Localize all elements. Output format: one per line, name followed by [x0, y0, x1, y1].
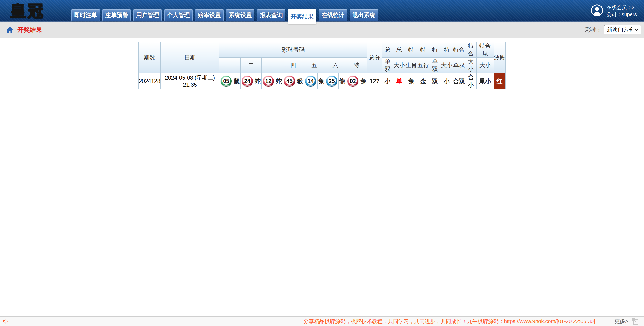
zodiac-label-2: 蛇 — [254, 73, 262, 89]
main-content: 期数 日期 彩球号码 总分 总 总 特 特 特 特 特合 特合 特合尾 波段 一 — [0, 42, 644, 320]
footer-bar: 分享精品棋牌源码，棋牌技术教程，共同学习，共同进步，共同成长！九牛棋牌源码：ht… — [0, 316, 644, 326]
attr-cell-special-zodiac: 兔 — [405, 73, 417, 89]
col-header-position: 一 — [219, 58, 240, 73]
user-info-box: 在线会员：3 公司：supers — [591, 4, 637, 18]
col-header-period: 期数 — [138, 42, 160, 73]
zodiac-label-6: 龍 — [338, 73, 346, 89]
tab-user-management[interactable]: 用户管理 — [133, 9, 162, 21]
zodiac-label-special: 兔 — [360, 73, 367, 89]
col-header-attr-top: 特合尾 — [476, 42, 494, 58]
col-header-attr-top: 总 — [382, 42, 393, 58]
col-header-attr-bottom: 大小 — [441, 58, 453, 73]
attr-cell-special-bigsmall: 小 — [441, 73, 453, 89]
announcement-marquee[interactable]: 分享精品棋牌源码，棋牌技术教程，共同学习，共同进步，共同成长！九牛棋牌源码：ht… — [304, 317, 595, 326]
online-members-count: 在线会员：3 — [606, 4, 637, 11]
lottery-ball-2: 24 — [240, 73, 254, 89]
tab-profile-management[interactable]: 个人管理 — [164, 9, 192, 21]
tab-report-query[interactable]: 报表查询 — [257, 9, 286, 21]
col-header-total: 总分 — [367, 42, 382, 73]
tab-logout[interactable]: 退出系统 — [350, 9, 378, 21]
col-header-attr-top: 特 — [441, 42, 453, 58]
tab-lottery-results[interactable]: 开奖结果 — [288, 9, 316, 24]
more-link[interactable]: 更多> — [614, 318, 628, 325]
col-header-attr-bottom: 大小 — [393, 58, 405, 73]
col-header-attr-bottom: 大小 — [476, 58, 494, 73]
attr-cell-special-element: 金 — [417, 73, 429, 89]
col-header-attr-bottom: 五行 — [417, 58, 429, 73]
company-name: 公司：supers — [606, 11, 637, 18]
col-header-balls-group: 彩球号码 — [219, 42, 367, 58]
col-header-attr-bottom: 单双 — [382, 58, 393, 73]
user-info-text: 在线会员：3 公司：supers — [606, 4, 637, 18]
tab-system-settings[interactable]: 系统设置 — [226, 9, 254, 21]
top-navigation-bar: 皇冠 即时注单 注单预警 用户管理 个人管理 赔率设置 系统设置 报表查询 开奖… — [0, 0, 644, 22]
col-header-position: 二 — [240, 58, 262, 73]
zodiac-label-5: 兔 — [317, 73, 325, 89]
lottery-ball-1: 05 — [219, 73, 233, 89]
lottery-type-filter: 彩种： 新澳门六合彩 — [585, 22, 641, 38]
tab-bet-alerts[interactable]: 注单预警 — [102, 9, 131, 21]
tab-odds-settings[interactable]: 赔率设置 — [195, 9, 224, 21]
tab-online-stats[interactable]: 在线统计 — [319, 9, 347, 21]
brand-logo: 皇冠 — [10, 1, 44, 21]
col-header-attr-bottom: 生肖 — [405, 58, 417, 73]
popout-icon[interactable] — [632, 317, 639, 325]
col-header-wave: 波段 — [494, 42, 506, 73]
wave-cell: 红 — [494, 73, 506, 89]
breadcrumb-bar: 开奖结果 彩种： 新澳门六合彩 — [0, 22, 644, 38]
col-header-position: 五 — [304, 58, 325, 73]
col-header-attr-bottom: 单双 — [453, 58, 465, 73]
zodiac-label-3: 蛇 — [275, 73, 282, 89]
col-header-position: 三 — [262, 58, 282, 73]
tab-realtime-bets[interactable]: 即时注单 — [72, 9, 100, 21]
attr-cell-total-bigsmall: 单 — [393, 73, 405, 89]
attr-cell-total-oddeven: 小 — [382, 73, 393, 89]
attr-cell-special-oddeven: 双 — [429, 73, 441, 89]
col-header-attr-top: 特合 — [453, 42, 465, 58]
col-header-position: 特 — [346, 58, 367, 73]
period-cell: 2024128 — [138, 73, 160, 89]
col-header-attr-top: 特合 — [465, 42, 476, 58]
attr-cell-specialsum-oddeven: 合双 — [453, 73, 465, 89]
col-header-attr-top: 特 — [417, 42, 429, 58]
page-title: 开奖结果 — [17, 26, 42, 34]
col-header-date: 日期 — [160, 42, 219, 73]
zodiac-label-4: 猴 — [296, 73, 304, 89]
lottery-ball-4: 45 — [282, 73, 296, 89]
lottery-type-select[interactable]: 新澳门六合彩 — [604, 25, 641, 34]
speaker-icon[interactable] — [2, 318, 9, 325]
col-header-attr-bottom: 单双 — [429, 58, 441, 73]
date-cell: 2024-05-08 (星期三) 21:35 — [160, 73, 219, 89]
col-header-position: 四 — [282, 58, 304, 73]
result-row: 2024128 2024-05-08 (星期三) 21:35 05 鼠 24 蛇… — [138, 73, 505, 89]
avatar-icon — [591, 4, 603, 18]
zodiac-label-1: 鼠 — [233, 73, 240, 89]
attr-cell-specialtail-bigsmall: 尾小 — [476, 73, 494, 89]
attr-cell-specialsum-bigsmall: 合小 — [465, 73, 476, 89]
col-header-attr-top: 总 — [393, 42, 405, 58]
col-header-attr-top: 特 — [429, 42, 441, 58]
total-score-cell: 127 — [367, 73, 382, 89]
lottery-ball-special: 02 — [346, 73, 360, 89]
lottery-type-label: 彩种： — [585, 26, 602, 34]
col-header-attr-top: 特 — [405, 42, 417, 58]
lottery-ball-6: 25 — [325, 73, 338, 89]
col-header-attr-bottom: 大小 — [465, 58, 476, 73]
lottery-ball-5: 14 — [304, 73, 317, 89]
lottery-ball-3: 12 — [262, 73, 275, 89]
col-header-position: 六 — [325, 58, 346, 73]
home-icon[interactable] — [6, 27, 14, 33]
results-table: 期数 日期 彩球号码 总分 总 总 特 特 特 特 特合 特合 特合尾 波段 一 — [138, 42, 506, 89]
app-root: 皇冠 即时注单 注单预警 用户管理 个人管理 赔率设置 系统设置 报表查询 开奖… — [0, 0, 644, 326]
